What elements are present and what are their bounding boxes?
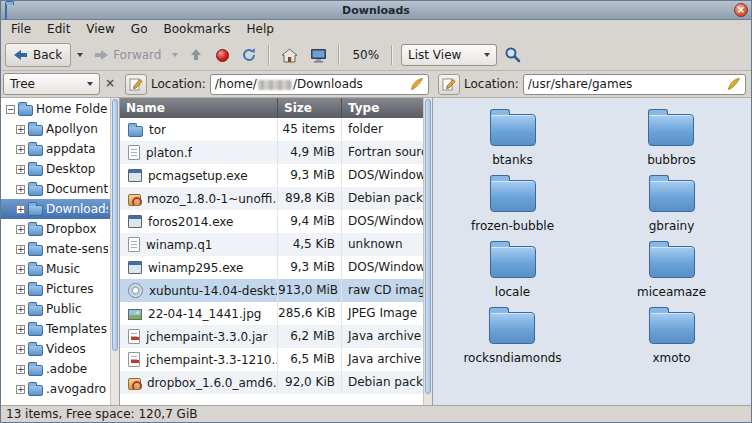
- computer-button[interactable]: [305, 43, 332, 67]
- menu-edit[interactable]: Edit: [39, 20, 78, 40]
- up-button[interactable]: [184, 43, 208, 67]
- tree-expander[interactable]: +: [16, 165, 25, 174]
- folder-gbrainy[interactable]: gbrainy: [649, 174, 695, 240]
- folder-frozen-bubble[interactable]: frozen-bubble: [471, 174, 554, 240]
- file-row[interactable]: winamp.q14,5 KiBunknown: [120, 233, 423, 256]
- exe-icon: [128, 169, 142, 182]
- tree-expander[interactable]: +: [16, 185, 25, 194]
- file-row[interactable]: platon.f4,9 MiBFortran source co: [120, 141, 423, 164]
- sidebar-item-public[interactable]: +Public: [1, 299, 110, 319]
- tree-expander[interactable]: +: [16, 325, 25, 334]
- file-row[interactable]: foros2014.exe9,4 MiBDOS/Windows ex: [120, 210, 423, 233]
- sidebar-item-desktop[interactable]: +Desktop: [1, 159, 110, 179]
- column-header-size[interactable]: Size: [278, 98, 342, 118]
- home-button[interactable]: [276, 43, 303, 67]
- file-row[interactable]: jchempaint-3.3-1210...6,5 MiBJava archiv…: [120, 348, 423, 371]
- folder-locale[interactable]: locale: [490, 240, 536, 306]
- toggle-location-entry-button-right[interactable]: [438, 74, 460, 95]
- location-input-right[interactable]: /usr/share/games: [523, 74, 746, 95]
- sidebar-mode-select[interactable]: Tree: [3, 73, 100, 95]
- view-mode-select[interactable]: List View: [401, 44, 497, 66]
- tree-expander[interactable]: +: [16, 145, 25, 154]
- sidebar-item-home-folder[interactable]: −Home Folder: [1, 99, 110, 119]
- file-name: winamp.q1: [146, 238, 212, 252]
- tree-expander[interactable]: +: [16, 285, 25, 294]
- chevron-down-icon: [77, 53, 83, 57]
- folder-btanks[interactable]: btanks: [490, 108, 536, 174]
- file-row[interactable]: tor45 itemsfolder: [120, 118, 423, 141]
- close-button[interactable]: [734, 3, 748, 17]
- file-row[interactable]: jchempaint-3.3.0.jar6,2 MiBJava archive: [120, 325, 423, 348]
- forward-history-dropdown[interactable]: [168, 43, 182, 67]
- back-button[interactable]: Back: [5, 43, 71, 67]
- back-history-dropdown[interactable]: [73, 43, 87, 67]
- scrollbar-thumb[interactable]: [425, 99, 431, 394]
- file-name-cell: winamp295.exe: [120, 256, 278, 279]
- file-row[interactable]: 22-04-14_1441.jpg285,6 KiBJPEG Image: [120, 302, 423, 325]
- tree-expander[interactable]: +: [16, 305, 25, 314]
- tree-expander[interactable]: +: [16, 205, 25, 214]
- folder-bubbros[interactable]: bubbros: [647, 108, 696, 174]
- toggle-location-entry-button-left[interactable]: [125, 74, 147, 95]
- tree-expander[interactable]: +: [16, 345, 25, 354]
- tree-expander[interactable]: +: [16, 225, 25, 234]
- page-icon: [128, 145, 140, 160]
- tree-expander[interactable]: +: [16, 125, 25, 134]
- tree-expander[interactable]: −: [6, 105, 15, 114]
- sidebar-item-apollyon[interactable]: +Apollyon: [1, 119, 110, 139]
- folder-icon: [649, 246, 695, 278]
- sidebar-item-music[interactable]: +Music: [1, 259, 110, 279]
- menu-go[interactable]: Go: [123, 20, 156, 40]
- sidebar-item-pictures[interactable]: +Pictures: [1, 279, 110, 299]
- sidebar-item-appdata[interactable]: +appdata: [1, 139, 110, 159]
- filelist-scrollbar[interactable]: [423, 98, 432, 405]
- file-row[interactable]: mozo_1.8.0-1~unoffi...89,8 KiBDebian pac…: [120, 187, 423, 210]
- file-size-cell: 89,8 KiB: [278, 187, 342, 210]
- folder-icon: [28, 205, 43, 216]
- folder-xmoto[interactable]: xmoto: [649, 306, 695, 372]
- folder-icon: [5, 4, 7, 20]
- left-location-bar: Location: /home//Downloads: [120, 74, 433, 95]
- sidebar-item-documents[interactable]: +Documents: [1, 179, 110, 199]
- location-path-right: /usr/share/games: [528, 77, 727, 91]
- forward-button[interactable]: Forward: [89, 43, 166, 67]
- tree-expander[interactable]: +: [16, 385, 25, 394]
- sidebar-item-avogadro[interactable]: +.avogadro: [1, 379, 110, 399]
- sidebar-item-templates[interactable]: +Templates: [1, 319, 110, 339]
- sidebar-item-downloads[interactable]: +Downloads: [1, 199, 110, 219]
- sidebar-scrollbar[interactable]: [110, 98, 119, 405]
- sidebar-item-dropbox[interactable]: +Dropbox: [1, 219, 110, 239]
- search-button[interactable]: [499, 43, 527, 67]
- close-sidebar-button[interactable]: [102, 76, 118, 92]
- menu-bookmarks[interactable]: Bookmarks: [155, 20, 238, 40]
- titlebar[interactable]: Downloads: [1, 1, 751, 20]
- folder-icon: [28, 345, 43, 356]
- location-label-left: Location:: [151, 77, 206, 91]
- column-header-name[interactable]: Name: [120, 98, 278, 118]
- refresh-button[interactable]: [236, 43, 262, 67]
- file-row[interactable]: winamp295.exe9,3 MiBDOS/Windows ex: [120, 256, 423, 279]
- file-row[interactable]: xubuntu-14.04-deskt...913,0 MiBraw CD im…: [120, 279, 423, 302]
- file-name-cell: dropbox_1.6.0_amd6...: [120, 371, 278, 394]
- folder-miceamaze[interactable]: miceamaze: [637, 240, 706, 306]
- tree-expander[interactable]: +: [16, 265, 25, 274]
- folder-icon: [489, 312, 535, 344]
- folder-icon: [28, 285, 43, 296]
- stop-button[interactable]: [210, 43, 234, 67]
- sidebar-item-adobe[interactable]: +.adobe: [1, 359, 110, 379]
- scrollbar-thumb[interactable]: [112, 99, 118, 351]
- tree-expander[interactable]: +: [16, 245, 25, 254]
- menu-help[interactable]: Help: [239, 20, 282, 40]
- forward-icon: [94, 50, 108, 60]
- location-input-left[interactable]: /home//Downloads: [210, 74, 429, 95]
- column-header-type[interactable]: Type: [342, 98, 423, 118]
- tree-expander[interactable]: +: [16, 365, 25, 374]
- file-size-cell: 92,0 KiB: [278, 371, 342, 394]
- sidebar-item-mate-sensors[interactable]: +mate-sensors-: [1, 239, 110, 259]
- file-row[interactable]: pcmagsetup.exe9,3 MiBDOS/Windows ex: [120, 164, 423, 187]
- folder-rocksndiamonds[interactable]: rocksndiamonds: [463, 306, 561, 372]
- menu-file[interactable]: File: [3, 20, 39, 40]
- menu-view[interactable]: View: [78, 20, 122, 40]
- sidebar-item-videos[interactable]: +Videos: [1, 339, 110, 359]
- file-row[interactable]: dropbox_1.6.0_amd6...92,0 KiBDebian pack…: [120, 371, 423, 394]
